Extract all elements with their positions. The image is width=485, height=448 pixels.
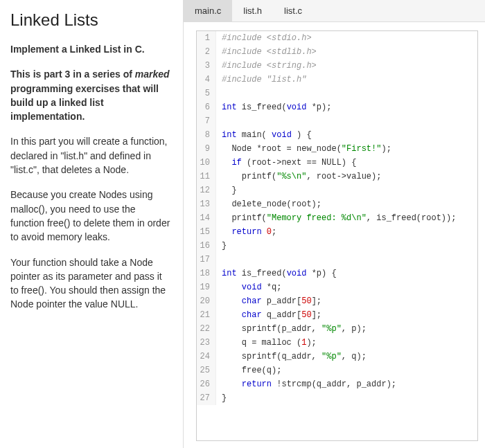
code-line[interactable]: 19 void *q; [197,280,477,294]
code-line[interactable]: 15 return 0; [197,225,477,239]
code-line[interactable]: 27} [197,391,477,405]
code-line[interactable]: 11 printf("%s\n", root->value); [197,170,477,183]
line-number: 24 [197,350,216,364]
code-line[interactable]: 12 } [197,183,477,197]
line-content[interactable]: q = malloc (1); [216,336,317,350]
line-number: 21 [197,308,216,322]
tab-list-c[interactable]: list.c [273,0,313,21]
line-number: 5 [197,87,216,100]
line-number: 10 [197,156,216,170]
file-tabs: main.clist.hlist.c [184,0,485,22]
line-number: 26 [197,377,216,391]
line-content[interactable]: sprintf(q_addr, "%p", q); [216,350,367,364]
line-content[interactable]: char p_addr[50]; [216,294,321,308]
line-number: 1 [197,31,216,45]
instruction-p2: This is part 3 in a series of marked pro… [10,67,170,123]
line-content[interactable]: return !strcmp(q_addr, p_addr); [216,377,396,391]
line-number: 12 [197,183,216,197]
line-content[interactable]: printf("%s\n", root->value); [216,170,381,183]
code-line[interactable]: 23 q = malloc (1); [197,336,477,350]
line-content[interactable]: int main( void ) { [216,128,312,142]
line-content[interactable]: int is_freed(void *p); [216,100,331,114]
line-content[interactable] [216,114,227,128]
line-number: 7 [197,114,216,128]
line-content[interactable]: sprintf(p_addr, "%p", p); [216,322,367,336]
code-line[interactable]: 14 printf("Memory freed: %d\n", is_freed… [197,211,477,225]
line-content[interactable]: printf("Memory freed: %d\n", is_freed(ro… [216,211,456,225]
line-content[interactable]: return 0; [216,225,276,239]
code-line[interactable]: 26 return !strcmp(q_addr, p_addr); [197,377,477,391]
line-number: 9 [197,142,216,156]
line-content[interactable]: if (root->next == NULL) { [216,156,356,170]
line-content[interactable]: #include <stdio.h> [216,31,312,45]
line-content[interactable]: #include "list.h" [216,73,306,87]
code-line[interactable]: 3#include <string.h> [197,59,477,73]
line-content[interactable]: delete_node(root); [216,197,321,211]
code-line[interactable]: 5 [197,87,477,100]
code-line[interactable]: 2#include <stdlib.h> [197,45,477,59]
line-number: 11 [197,170,216,183]
instruction-p1: Implement a Linked List in C. [10,42,170,56]
line-number: 20 [197,294,216,308]
code-line[interactable]: 20 char p_addr[50]; [197,294,477,308]
line-number: 4 [197,73,216,87]
code-line[interactable]: 9 Node *root = new_node("First!"); [197,142,477,156]
code-line[interactable]: 4#include "list.h" [197,73,477,87]
line-content[interactable]: #include <stdlib.h> [216,45,317,59]
line-number: 2 [197,45,216,59]
instruction-p4: Because you create Nodes using malloc(),… [10,188,170,244]
code-line[interactable]: 22 sprintf(p_addr, "%p", p); [197,322,477,336]
instruction-p5: Your function should take a Node pointer… [10,256,170,312]
instructions-panel: Linked Lists Implement a Linked List in … [0,0,184,448]
code-line[interactable]: 17 [197,253,477,267]
line-number: 25 [197,364,216,377]
line-number: 17 [197,253,216,267]
line-number: 23 [197,336,216,350]
line-number: 15 [197,225,216,239]
code-line[interactable]: 6int is_freed(void *p); [197,100,477,114]
line-number: 16 [197,239,216,253]
line-content[interactable] [216,253,227,267]
code-line[interactable]: 24 sprintf(q_addr, "%p", q); [197,350,477,364]
line-number: 19 [197,280,216,294]
line-content[interactable]: int is_freed(void *p) { [216,267,337,280]
code-line[interactable]: 10 if (root->next == NULL) { [197,156,477,170]
line-content[interactable]: } [216,391,227,405]
line-number: 18 [197,267,216,280]
code-editor[interactable]: 1#include <stdio.h>2#include <stdlib.h>3… [196,30,478,441]
code-line[interactable]: 21 char q_addr[50]; [197,308,477,322]
code-line[interactable]: 1#include <stdio.h> [197,31,477,45]
line-number: 3 [197,59,216,73]
code-line[interactable]: 16} [197,239,477,253]
line-number: 8 [197,128,216,142]
instruction-p3: In this part you will create a function,… [10,134,170,177]
line-number: 13 [197,197,216,211]
line-number: 6 [197,100,216,114]
code-line[interactable]: 13 delete_node(root); [197,197,477,211]
line-content[interactable]: char q_addr[50]; [216,308,321,322]
line-content[interactable]: #include <string.h> [216,59,317,73]
line-content[interactable]: free(q); [216,364,281,377]
line-content[interactable]: } [216,239,227,253]
editor-panel: main.clist.hlist.c 1#include <stdio.h>2#… [184,0,485,448]
line-content[interactable]: } [216,183,237,197]
line-content[interactable]: Node *root = new_node("First!"); [216,142,391,156]
page-title: Linked Lists [10,10,170,30]
line-content[interactable] [216,87,227,100]
line-content[interactable]: void *q; [216,280,281,294]
code-line[interactable]: 25 free(q); [197,364,477,377]
line-number: 22 [197,322,216,336]
code-line[interactable]: 8int main( void ) { [197,128,477,142]
tab-main-c[interactable]: main.c [184,0,232,21]
line-number: 27 [197,391,216,405]
line-number: 14 [197,211,216,225]
code-line[interactable]: 18int is_freed(void *p) { [197,267,477,280]
code-line[interactable]: 7 [197,114,477,128]
tab-list-h[interactable]: list.h [232,0,273,21]
